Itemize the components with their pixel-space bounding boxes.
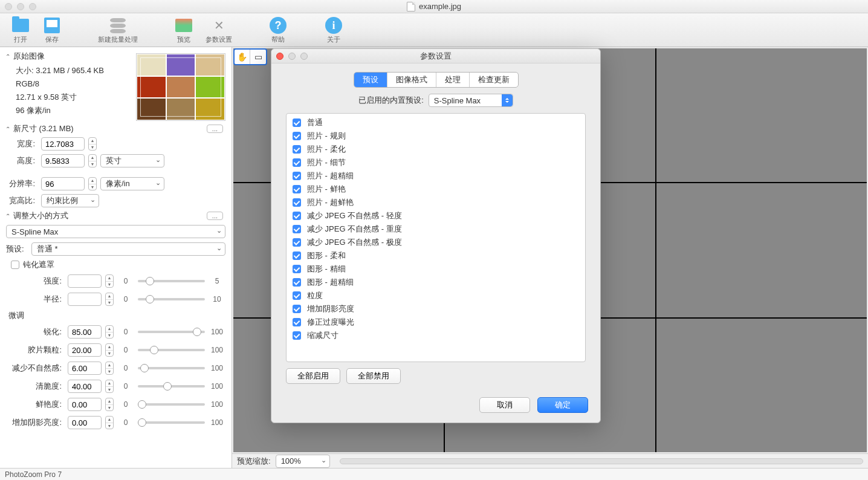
list-item[interactable]: 照片 - 柔化 <box>287 143 585 156</box>
zoom-select[interactable]: 100% <box>276 455 330 468</box>
checkbox-checked-icon[interactable] <box>293 225 301 233</box>
enable-all-button[interactable]: 全部启用 <box>286 368 340 384</box>
pan-tool-button[interactable]: ✋ <box>235 50 250 64</box>
close-icon[interactable] <box>276 53 283 60</box>
list-item[interactable]: 缩减尺寸 <box>287 329 585 342</box>
crisp-stepper[interactable]: ▲▼ <box>105 380 114 393</box>
list-item[interactable]: 减少 JPEG 不自然感 - 轻度 <box>287 209 585 222</box>
preset-engine-select[interactable]: S-Spline Max <box>429 94 513 107</box>
checkbox-checked-icon[interactable] <box>293 265 301 273</box>
list-item[interactable]: 减少 JPEG 不自然感 - 重度 <box>287 222 585 236</box>
list-item[interactable]: 照片 - 鲜艳 <box>287 183 585 196</box>
preset-select[interactable]: 普通 * <box>31 242 225 256</box>
artifact-input[interactable] <box>68 362 102 375</box>
list-item[interactable]: 图形 - 超精细 <box>287 276 585 289</box>
sharpen-slider[interactable] <box>138 331 205 333</box>
batch-button[interactable]: 新建批量处理 <box>92 15 144 45</box>
checkbox-checked-icon[interactable] <box>293 185 301 193</box>
sharpen-stepper[interactable]: ▲▼ <box>105 325 114 339</box>
horizontal-scrollbar[interactable] <box>340 458 863 464</box>
grain-input[interactable] <box>68 343 102 357</box>
height-input[interactable] <box>41 154 85 167</box>
list-item[interactable]: 修正过度曝光 <box>287 316 585 329</box>
checkbox-checked-icon[interactable] <box>293 318 301 326</box>
checkbox-checked-icon[interactable] <box>293 158 301 167</box>
list-item[interactable]: 图形 - 柔和 <box>287 249 585 262</box>
section-resize-method[interactable]: ⌃ 调整大小的方式 ... <box>0 209 232 222</box>
intensity-slider[interactable] <box>138 280 205 282</box>
width-stepper[interactable]: ▲▼ <box>88 137 97 151</box>
aspect-select[interactable]: 约束比例 <box>41 194 99 207</box>
checkbox-checked-icon[interactable] <box>293 198 301 207</box>
resolution-stepper[interactable]: ▲▼ <box>88 177 97 190</box>
about-button[interactable]: i 关于 <box>318 15 349 45</box>
more-button[interactable]: ... <box>207 125 223 133</box>
checkbox-checked-icon[interactable] <box>293 238 301 247</box>
list-item[interactable]: 减少 JPEG 不自然感 - 极度 <box>287 236 585 249</box>
sharpen-input[interactable] <box>68 325 102 339</box>
open-button[interactable]: 打开 <box>5 15 36 45</box>
ok-button[interactable]: 确定 <box>537 397 588 413</box>
radius-stepper[interactable]: ▲▼ <box>105 293 114 306</box>
height-stepper[interactable]: ▲▼ <box>88 154 97 167</box>
window-traffic-lights[interactable] <box>5 3 36 10</box>
cancel-button[interactable]: 取消 <box>479 397 530 413</box>
help-button[interactable]: ? 帮助 <box>262 15 294 45</box>
marquee-tool-button[interactable]: ▭ <box>250 50 266 64</box>
crisp-slider[interactable] <box>138 385 205 388</box>
checkbox-checked-icon[interactable] <box>293 331 301 340</box>
checkbox-checked-icon[interactable] <box>293 118 301 127</box>
shadow-input[interactable] <box>68 416 102 429</box>
resize-method-select[interactable]: S-Spline Max <box>6 225 225 238</box>
resolution-unit-select[interactable]: 像素/in <box>100 177 164 190</box>
zoom-window-icon[interactable] <box>29 3 36 10</box>
minimize-window-icon[interactable] <box>17 3 24 10</box>
section-new-size[interactable]: ⌃ 新尺寸 (3.21 MB) ... <box>0 122 232 135</box>
artifact-slider[interactable] <box>138 367 205 369</box>
unsharp-checkbox[interactable] <box>11 261 19 269</box>
checkbox-checked-icon[interactable] <box>293 251 301 260</box>
intensity-stepper[interactable]: ▲▼ <box>105 274 114 288</box>
preferences-button[interactable]: ✕ 参数设置 <box>199 15 238 45</box>
radius-slider[interactable] <box>138 298 205 300</box>
artifact-stepper[interactable]: ▲▼ <box>105 362 114 375</box>
list-item[interactable]: 增加阴影亮度 <box>287 302 585 316</box>
disable-all-button[interactable]: 全部禁用 <box>346 368 401 384</box>
tab-image-formats[interactable]: 图像格式 <box>387 73 436 87</box>
save-button[interactable]: 保存 <box>36 15 68 45</box>
tab-processing[interactable]: 处理 <box>436 73 470 87</box>
checkbox-checked-icon[interactable] <box>293 132 301 140</box>
close-window-icon[interactable] <box>5 3 12 10</box>
vivid-slider[interactable] <box>138 403 205 406</box>
vivid-input[interactable] <box>68 398 102 411</box>
checkbox-checked-icon[interactable] <box>293 305 301 313</box>
vivid-stepper[interactable]: ▲▼ <box>105 398 114 411</box>
tab-updates[interactable]: 检查更新 <box>470 73 518 87</box>
more-button[interactable]: ... <box>207 212 223 220</box>
checkbox-checked-icon[interactable] <box>293 291 301 300</box>
shadow-slider[interactable] <box>138 421 205 424</box>
tab-presets[interactable]: 预设 <box>354 73 387 87</box>
list-item[interactable]: 粒度 <box>287 289 585 302</box>
list-item[interactable]: 普通 <box>287 116 585 129</box>
resolution-input[interactable] <box>41 177 85 190</box>
checkbox-checked-icon[interactable] <box>293 212 301 220</box>
checkbox-checked-icon[interactable] <box>293 145 301 154</box>
thumbnail-preview[interactable] <box>136 53 225 121</box>
unit-select[interactable]: 英寸 <box>100 154 164 167</box>
radius-input[interactable] <box>68 293 102 306</box>
intensity-input[interactable] <box>68 274 102 288</box>
crisp-input[interactable] <box>68 380 102 393</box>
grain-slider[interactable] <box>138 349 205 351</box>
list-item[interactable]: 图形 - 精细 <box>287 262 585 276</box>
list-item[interactable]: 照片 - 细节 <box>287 156 585 169</box>
width-input[interactable] <box>41 137 85 151</box>
preview-button[interactable]: 预览 <box>168 15 199 45</box>
list-item[interactable]: 照片 - 超精细 <box>287 169 585 183</box>
checkbox-checked-icon[interactable] <box>293 172 301 180</box>
checkbox-checked-icon[interactable] <box>293 278 301 287</box>
list-item[interactable]: 照片 - 超鲜艳 <box>287 196 585 209</box>
grain-stepper[interactable]: ▲▼ <box>105 343 114 357</box>
shadow-stepper[interactable]: ▲▼ <box>105 416 114 429</box>
list-item[interactable]: 照片 - 规则 <box>287 129 585 143</box>
